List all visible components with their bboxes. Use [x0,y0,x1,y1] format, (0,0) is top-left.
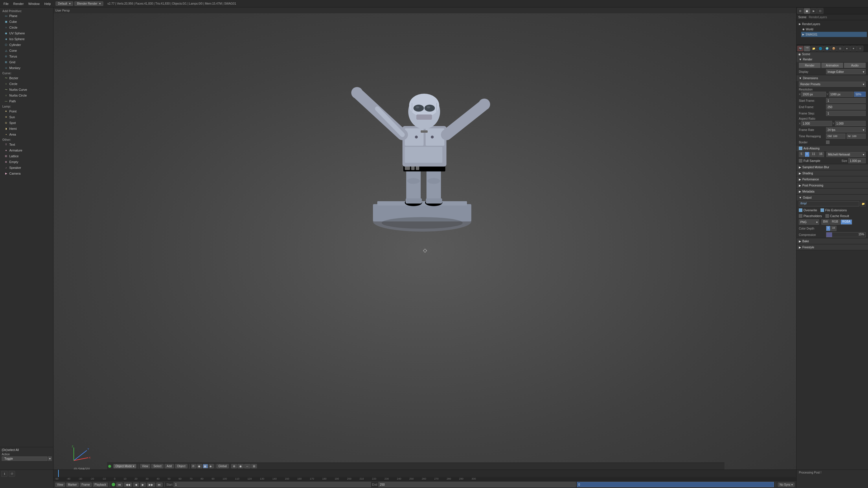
layer-btn[interactable]: ⊞ [251,464,257,468]
menu-help[interactable]: Help [42,1,53,6]
sidebar-item-path[interactable]: —Path [0,98,53,104]
sidebar-item-speaker[interactable]: ♪Speaker [0,165,53,170]
sidebar-item-icosphere[interactable]: ◈Ico Sphere [0,36,53,42]
start-frame-field[interactable]: 1 [826,98,866,103]
prop-world-tab[interactable]: 🌍 [824,46,830,52]
tree-renderlayers[interactable]: ▶ RenderLayers [798,22,867,27]
camera-icon-2[interactable]: ▶ [810,8,817,14]
framerate-dropdown[interactable]: 24 fps ▾ [826,127,866,132]
sidebar-item-area[interactable]: ▪Area [0,132,53,137]
timeline-area[interactable]: -50-40-30-20-100102030405060708090100110… [54,470,796,481]
sidebar-item-bezier[interactable]: 〜Bezier [0,75,53,81]
play-btn[interactable]: ▶ [140,483,146,487]
perf-header[interactable]: ▶ Performance [797,176,868,182]
aa-8[interactable]: 8 [805,152,810,157]
render-section-header[interactable]: ▼ Render [797,56,868,62]
object-mode-dropdown[interactable]: Object Mode ▾ [114,464,136,468]
frame-start-input[interactable]: 1 [174,482,371,487]
sidebar-item-nurbs-curve[interactable]: 〜Nurbs Curve [0,87,53,93]
sidebar-item-lattice[interactable]: ⊞Lattice [0,153,53,159]
format-dropdown[interactable]: PNG ▾ [799,220,819,225]
sidebar-item-sun[interactable]: ☀Sun [0,114,53,120]
view-icon-btn[interactable]: ⟳ [191,464,196,468]
sidebar-item-cone[interactable]: △Cone [0,48,53,54]
old-field[interactable]: Old: 100 [826,134,845,139]
deselect-all-btn[interactable]: (De)select All [2,448,52,452]
prev-frame-btn[interactable]: ◀ [133,483,139,487]
prop-render-tab[interactable]: 📷 [797,46,804,52]
render-btn[interactable]: Render [799,63,820,68]
prop-physics-tab[interactable]: ⚛ [857,46,863,52]
view-playback[interactable]: View [55,483,65,487]
depth-8-btn[interactable]: 8 [826,226,830,231]
cache-result-cb[interactable] [826,214,829,218]
prop-render-active[interactable]: 🎬 [804,46,810,52]
sidebar-item-curve-circle[interactable]: ○Circle [0,81,53,87]
sidebar-item-point[interactable]: ✦Point [0,108,53,114]
prop-mat-tab[interactable]: ● [844,46,850,52]
frame-btn[interactable]: Frame [80,483,92,487]
context-dropdown[interactable]: Default ▾ [56,1,73,6]
next-frame-btn[interactable]: ▶▶ [147,483,155,487]
smb-header[interactable]: ▶ Sampled Motion Blur [797,164,868,170]
sidebar-item-grid[interactable]: ⊞Grid [0,59,53,65]
overwrite-cb[interactable] [799,208,802,212]
view-menu[interactable]: View [140,464,151,468]
aa-16[interactable]: 16 [817,152,824,157]
prev-keyframe-btn[interactable]: ◀◀ [124,483,132,487]
display-dropdown[interactable]: Image Editor ▾ [826,69,866,74]
frame-current-input[interactable]: 0 [577,482,774,487]
sidebar-item-cube[interactable]: ▣Cube [0,19,53,25]
aa-filter-dropdown[interactable]: Mitchell-Netravali ▾ [826,152,866,157]
manipulator-btn[interactable]: ↔ [244,464,251,468]
object-menu[interactable]: Object [175,464,187,468]
layers-icon[interactable]: ⊡ [817,8,824,14]
aspect-x-field[interactable]: 1.000 [801,121,832,126]
frame-step-field[interactable]: 1 [826,111,866,116]
timeline-icon[interactable]: ⏱ [9,471,15,477]
sidebar-item-torus[interactable]: ⊙Torus [0,54,53,59]
tree-swag01[interactable]: ▶ SWAG01 [801,32,867,37]
placeholders-cb[interactable] [799,214,802,218]
shading-header[interactable]: ▶ Shading [797,170,868,176]
menu-render[interactable]: Render [11,1,26,6]
add-menu[interactable]: Add [165,464,174,468]
prop-particle-tab[interactable]: ✦ [850,46,857,52]
sidebar-item-hemi[interactable]: ◗Hemi [0,126,53,132]
no-sync-dropdown[interactable]: No Sync ▾ [778,483,795,487]
sidebar-item-text[interactable]: TText [0,142,53,148]
aa-header[interactable]: Anti-Aliasing [797,145,868,151]
playback-btn[interactable]: Playback [93,483,108,487]
new-field[interactable]: Nr: 100 [846,134,866,139]
animation-btn[interactable]: Animation [822,63,843,68]
aa-enabled-checkbox[interactable] [799,147,802,150]
sidebar-item-camera[interactable]: ▶Camera [0,170,53,176]
prop-object-tab[interactable]: 📦 [830,46,837,52]
scene-outliner-icon[interactable]: ⊞ [797,8,804,14]
aa-5[interactable]: 5 [799,152,804,157]
prop-scene-tab[interactable]: 🌐 [817,46,824,52]
aa-11[interactable]: 11 [810,152,817,157]
sidebar-item-armature[interactable]: ♦Armature [0,148,53,153]
rgb-btn[interactable]: RGB [830,220,840,225]
menu-file[interactable]: File [1,1,11,6]
dimensions-header[interactable]: ▼ Dimensions [797,75,868,81]
global-btn[interactable]: Global [216,464,229,468]
sidebar-item-empty[interactable]: ⊕Empty [0,159,53,165]
last-frame-btn[interactable]: ⏭ [156,483,163,487]
rendered-btn[interactable]: ◈ [209,464,214,468]
sidebar-item-plane[interactable]: ▭Plane [0,13,53,19]
wireframe-btn[interactable]: ▣ [203,464,208,468]
audio-btn[interactable]: Audio [844,63,866,68]
bw-btn[interactable]: BW [822,220,830,225]
render-presets-dropdown[interactable]: Render Presets ▾ [799,82,866,87]
sidebar-item-cylinder[interactable]: ⬡Cylinder [0,42,53,48]
scene-icon[interactable]: ◉ [804,8,810,14]
freestyle-header[interactable]: ▶ Freestyle [797,244,868,250]
prop-output-tab[interactable]: 📁 [810,46,817,52]
scene-dropdown[interactable]: Blender Render ▾ [74,1,103,6]
depth-16-btn[interactable]: 16 [831,226,836,231]
pivot-btn[interactable]: ◉ [238,464,244,468]
res-x-field[interactable]: 1920 px [801,92,826,97]
meta-header[interactable]: ▶ Metadata [797,189,868,194]
